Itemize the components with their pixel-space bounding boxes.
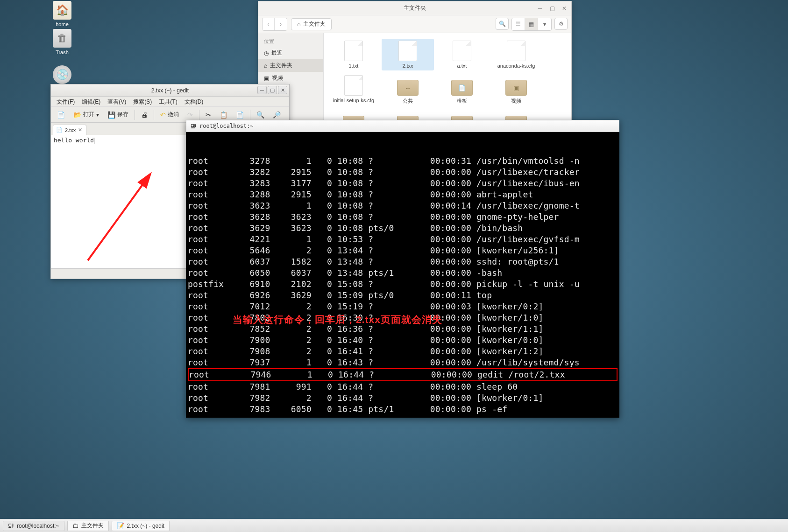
tab-close-button[interactable]: ✕	[78, 127, 82, 133]
file-item[interactable]: initial-setup-ks.cfg	[327, 73, 380, 106]
menu-item[interactable]: 工具(T)	[156, 97, 180, 106]
file-label: 公共	[383, 98, 432, 105]
file-icon: 📄	[56, 127, 63, 133]
separator	[250, 110, 250, 120]
copy-icon: 📋	[220, 111, 227, 119]
file-manager-titlebar[interactable]: 主文件夹 ─ ▢ ✕	[258, 1, 571, 15]
gedit-tab[interactable]: 📄 2.txx ✕	[53, 125, 86, 135]
new-file-button[interactable]: 📄	[54, 109, 68, 120]
gedit-content: hello world	[54, 137, 94, 144]
terminal-body[interactable]: root 3278 1 0 10:08 ? 00:00:31 /usr/bin/…	[186, 132, 619, 418]
folder-item[interactable]: ↔公共	[382, 73, 434, 106]
terminal-process-row: root 3278 1 0 10:08 ? 00:00:31 /usr/bin/…	[188, 155, 618, 167]
gedit-titlebar[interactable]: 2.txx (~) - gedit ─ ▢ ✕	[51, 84, 289, 97]
sidebar-heading: 位置	[258, 36, 323, 47]
find-button[interactable]: 🔍	[253, 109, 268, 120]
taskbar-item[interactable]: 🖳root@localhost:~	[3, 521, 64, 531]
redo-button[interactable]: ↷	[184, 109, 196, 120]
menu-item[interactable]: 文档(D)	[182, 97, 206, 106]
search-button[interactable]: 🔍	[496, 18, 509, 30]
terminal-process-row: root 7937 1 0 16:43 ? 00:00:00 /usr/lib/…	[188, 357, 618, 368]
maximize-button[interactable]: ▢	[268, 86, 277, 94]
file-label: 模板	[438, 98, 486, 105]
file-label: 2.txx	[383, 63, 432, 69]
terminal-process-row: root 7908 2 0 16:41 ? 00:00:00 [kworker/…	[188, 346, 618, 357]
annotation-text: 当输入这行命令，回车后，2.txx页面就会消失	[233, 314, 442, 325]
file-icon	[453, 41, 471, 61]
chevron-down-icon: ▾	[96, 112, 99, 118]
menu-item[interactable]: 查看(V)	[105, 97, 129, 106]
terminal-process-row: root 6926 3629 0 15:09 pts/0 00:00:11 to…	[188, 290, 618, 301]
menu-item[interactable]: 编辑(E)	[79, 97, 103, 106]
terminal-titlebar[interactable]: 🖳 root@localhost:~	[186, 120, 619, 132]
sidebar-item[interactable]: ◷最近	[258, 47, 323, 59]
terminal-process-row: root 3288 2915 0 10:08 ? 00:00:00 abrt-a…	[188, 189, 618, 200]
view-dropdown-button[interactable]: ▾	[538, 18, 551, 30]
minimize-button[interactable]: ─	[257, 86, 267, 94]
desktop-icon-label: Trash	[46, 49, 78, 55]
maximize-button[interactable]: ▢	[548, 4, 556, 13]
terminal-process-row: postfix 6910 2102 0 15:08 ? 00:00:00 pic…	[188, 279, 618, 290]
file-item[interactable]: a.txt	[436, 39, 488, 70]
sidebar-item-label: 视频	[272, 74, 283, 82]
folder-item[interactable]: 📄模板	[436, 73, 488, 106]
file-item[interactable]: anaconda-ks.cfg	[490, 39, 542, 70]
print-button[interactable]: 🖨	[138, 109, 151, 120]
view-list-button[interactable]: ☰	[512, 18, 525, 30]
undo-button[interactable]: ↶ 撤消	[157, 109, 182, 120]
redo-icon: ↷	[187, 111, 193, 119]
gedit-tab-label: 2.txx	[65, 127, 76, 133]
separator	[154, 110, 154, 120]
settings-button[interactable]: ⚙	[554, 18, 568, 30]
save-label: 保存	[117, 111, 128, 119]
new-file-icon: 📄	[57, 111, 65, 119]
sidebar-item-icon: ▣	[264, 75, 269, 82]
taskbar-label: root@localhost:~	[17, 523, 59, 529]
breadcrumb[interactable]: ⌂ 主文件夹	[291, 18, 332, 30]
cut-button[interactable]: ✂	[202, 109, 214, 120]
sidebar-item-icon: ⌂	[264, 63, 267, 69]
undo-icon: ↶	[160, 111, 166, 119]
file-icon	[344, 75, 363, 96]
nav-back-button[interactable]: ‹	[263, 18, 275, 30]
separator	[135, 110, 135, 120]
terminal-process-row: root 7982 2 0 16:44 ? 00:00:00 [kworker/…	[188, 392, 618, 404]
folder-item[interactable]: ▣视频	[490, 73, 542, 106]
close-button[interactable]: ✕	[560, 4, 568, 13]
taskbar-item[interactable]: 📝2.txx (~) - gedit	[112, 521, 170, 531]
nav-forward-button[interactable]: ›	[275, 18, 287, 30]
terminal-icon: 🖳	[190, 122, 197, 130]
taskbar-item[interactable]: 🗀主文件夹	[67, 521, 109, 531]
terminal-process-row: root 3623 1 0 10:08 ? 00:00:14 /usr/libe…	[188, 200, 618, 211]
terminal-window: 🖳 root@localhost:~ root 3278 1 0 10:08 ?…	[186, 120, 619, 418]
taskbar-label: 主文件夹	[81, 522, 104, 530]
desktop-icon-label: home	[46, 21, 78, 27]
terminal-process-row: root 3282 2915 0 10:08 ? 00:00:00 /usr/l…	[188, 167, 618, 178]
sidebar-item[interactable]: ⌂主文件夹	[258, 59, 323, 72]
menu-item[interactable]: 搜索(S)	[130, 97, 155, 106]
file-manager-title: 主文件夹	[404, 4, 426, 12]
find-replace-button[interactable]: 🔎	[270, 109, 284, 120]
save-button[interactable]: 💾 保存	[104, 109, 132, 120]
file-item[interactable]: 2.txx	[382, 39, 434, 70]
desktop-icon-trash[interactable]: 🗑 Trash	[46, 29, 78, 55]
menu-item[interactable]: 文件(F)	[54, 97, 78, 106]
close-button[interactable]: ✕	[278, 86, 287, 94]
trash-icon: 🗑	[53, 29, 71, 48]
file-icon	[344, 41, 363, 61]
file-item[interactable]: 1.txt	[327, 39, 380, 70]
minimize-button[interactable]: ─	[536, 4, 544, 13]
sidebar-item-label: 主文件夹	[270, 62, 292, 70]
terminal-process-row: root 7900 2 0 16:40 ? 00:00:00 [kworker/…	[188, 335, 618, 346]
file-manager-files[interactable]: 1.txt2.txxa.txtanaconda-ks.cfginitial-se…	[324, 33, 571, 122]
sidebar-item[interactable]: ▣视频	[258, 72, 323, 84]
desktop-icon-home[interactable]: 🏠 home	[46, 1, 78, 27]
paste-button[interactable]: 📄	[233, 109, 247, 120]
view-grid-button[interactable]: ▦	[525, 18, 538, 30]
file-label: 视频	[492, 98, 540, 105]
gedit-menubar: 文件(F)编辑(E)查看(V)搜索(S)工具(T)文档(D)	[51, 97, 289, 107]
terminal-process-row: root 6050 6037 0 13:48 pts/1 00:00:00 -b…	[188, 267, 618, 279]
terminal-process-row: root 6037 1582 0 13:48 ? 00:00:00 sshd: …	[188, 256, 618, 267]
open-button[interactable]: 📂 打开 ▾	[70, 109, 102, 120]
copy-button[interactable]: 📋	[216, 109, 231, 120]
